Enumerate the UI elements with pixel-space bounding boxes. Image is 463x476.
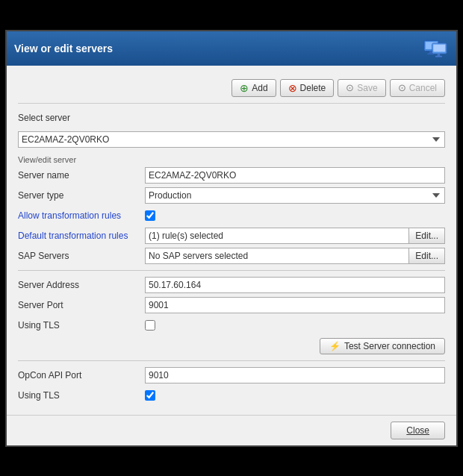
- section-divider-1: [18, 270, 445, 271]
- delete-button[interactable]: ⊗ Delete: [280, 79, 335, 97]
- test-connection-label: Test Server connection: [344, 341, 435, 351]
- server-port-label: Server Port: [18, 300, 145, 310]
- server-type-select-wrapper: Production: [145, 187, 445, 204]
- server-type-select[interactable]: Production: [145, 187, 445, 204]
- server-address-label: Server Address: [18, 280, 145, 290]
- cancel-icon: ⊙: [398, 82, 406, 93]
- test-server-connection-button[interactable]: ⚡ Test Server connection: [320, 338, 445, 354]
- dialog-titlebar: View or edit servers: [7, 31, 456, 66]
- opcon-using-tls-checkbox[interactable]: [145, 390, 155, 401]
- sap-servers-edit-button[interactable]: Edit...: [408, 248, 445, 264]
- server-name-row: Server name: [18, 167, 445, 184]
- sap-servers-label: SAP Servers: [18, 251, 145, 261]
- default-transformation-input[interactable]: [145, 228, 408, 244]
- server-select[interactable]: EC2AMAZ-2QV0RKO: [18, 131, 445, 148]
- sap-servers-input[interactable]: [145, 248, 408, 264]
- dialog-content: ⊕ Add ⊗ Delete ⊙ Save ⊙ Cancel Select se…: [7, 66, 456, 415]
- title-icon: [422, 37, 449, 60]
- default-transformation-edit-button[interactable]: Edit...: [408, 228, 445, 244]
- test-connection-icon: ⚡: [329, 341, 341, 351]
- view-edit-servers-dialog: View or edit servers ⊕ Add: [5, 30, 458, 447]
- opcon-api-port-label: OpCon API Port: [18, 370, 145, 381]
- svg-rect-7: [435, 55, 442, 57]
- server-select-row: EC2AMAZ-2QV0RKO: [18, 131, 445, 148]
- dialog-title: View or edit servers: [14, 43, 113, 54]
- toolbar: ⊕ Add ⊗ Delete ⊙ Save ⊙ Cancel: [18, 73, 445, 104]
- default-transformation-input-group: Edit...: [145, 228, 445, 244]
- dialog-footer: Close: [7, 415, 456, 445]
- using-tls-label: Using TLS: [18, 320, 145, 331]
- default-transformation-row: Default transformation rules Edit...: [18, 228, 445, 244]
- server-address-row: Server Address: [18, 277, 445, 293]
- server-port-row: Server Port: [18, 297, 445, 313]
- server-select-wrapper: EC2AMAZ-2QV0RKO: [18, 131, 445, 148]
- server-name-input[interactable]: [145, 167, 445, 184]
- server-type-label: Server type: [18, 190, 145, 201]
- using-tls-row: Using TLS: [18, 317, 445, 333]
- cancel-button[interactable]: ⊙ Cancel: [390, 79, 445, 97]
- server-address-input[interactable]: [145, 277, 445, 293]
- svg-rect-5: [433, 44, 445, 51]
- server-type-row: Server type Production: [18, 187, 445, 204]
- test-connection-row: ⚡ Test Server connection: [18, 338, 445, 354]
- select-server-label: Select server: [18, 113, 145, 123]
- view-edit-label: View/edit server: [18, 155, 445, 164]
- select-server-row: Select server: [18, 111, 445, 128]
- opcon-using-tls-label: Using TLS: [18, 390, 145, 401]
- allow-transformation-row: Allow transformation rules: [18, 207, 445, 224]
- opcon-using-tls-row: Using TLS: [18, 387, 445, 404]
- svg-rect-2: [429, 51, 432, 53]
- default-transformation-label: Default transformation rules: [18, 231, 145, 241]
- delete-icon: ⊗: [288, 82, 297, 94]
- allow-transformation-checkbox[interactable]: [145, 210, 155, 221]
- section-divider-2: [18, 360, 445, 361]
- allow-transformation-label: Allow transformation rules: [18, 210, 145, 221]
- save-button[interactable]: ⊙ Save: [338, 79, 385, 97]
- opcon-api-port-input[interactable]: [145, 367, 445, 383]
- opcon-api-port-row: OpCon API Port: [18, 367, 445, 383]
- sap-servers-input-group: Edit...: [145, 248, 445, 264]
- add-icon: ⊕: [240, 82, 249, 94]
- using-tls-checkbox[interactable]: [145, 320, 155, 331]
- server-name-label: Server name: [18, 170, 145, 181]
- close-button[interactable]: Close: [391, 422, 445, 439]
- add-button[interactable]: ⊕ Add: [232, 79, 276, 97]
- save-icon: ⊙: [346, 82, 354, 93]
- sap-servers-row: SAP Servers Edit...: [18, 248, 445, 264]
- svg-rect-6: [438, 54, 441, 56]
- server-port-input[interactable]: [145, 297, 445, 313]
